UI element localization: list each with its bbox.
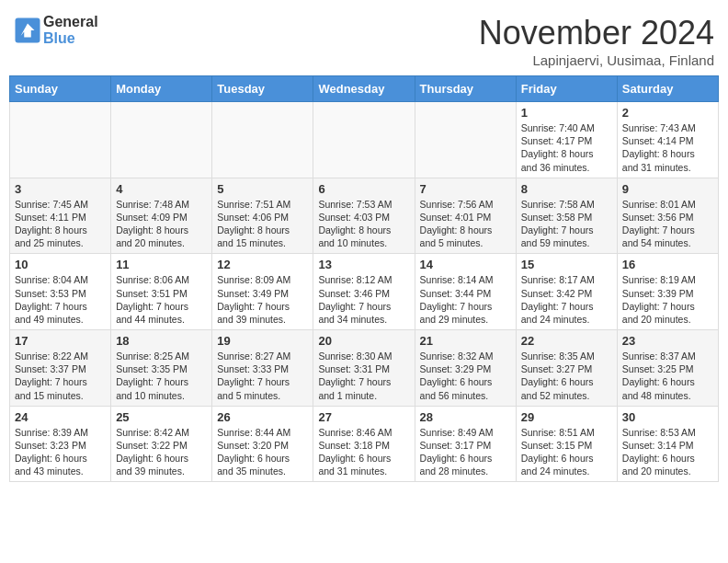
day-number: 8 xyxy=(521,182,612,196)
calendar-week-row: 24Sunrise: 8:39 AM Sunset: 3:23 PM Dayli… xyxy=(10,406,719,482)
day-number: 30 xyxy=(622,410,713,424)
day-info: Sunrise: 8:09 AM Sunset: 3:49 PM Dayligh… xyxy=(217,273,308,326)
day-number: 14 xyxy=(420,258,511,271)
day-number: 25 xyxy=(116,410,207,424)
calendar-day-cell: 5Sunrise: 7:51 AM Sunset: 4:06 PM Daylig… xyxy=(212,178,313,254)
calendar-day-cell xyxy=(111,102,212,178)
calendar-day-cell: 14Sunrise: 8:14 AM Sunset: 3:44 PM Dayli… xyxy=(415,254,516,330)
day-info: Sunrise: 7:48 AM Sunset: 4:09 PM Dayligh… xyxy=(116,198,207,250)
day-number: 27 xyxy=(318,410,409,424)
calendar-day-cell: 9Sunrise: 8:01 AM Sunset: 3:56 PM Daylig… xyxy=(617,178,718,254)
day-number: 3 xyxy=(15,182,106,196)
calendar-day-cell: 10Sunrise: 8:04 AM Sunset: 3:53 PM Dayli… xyxy=(10,254,111,330)
calendar-week-row: 1Sunrise: 7:40 AM Sunset: 4:17 PM Daylig… xyxy=(10,102,719,178)
weekday-header-thursday: Thursday xyxy=(415,76,516,102)
location-title: Lapinjaervi, Uusimaa, Finland xyxy=(479,52,714,68)
calendar-day-cell: 12Sunrise: 8:09 AM Sunset: 3:49 PM Dayli… xyxy=(212,254,313,330)
logo: General Blue xyxy=(14,14,98,46)
day-info: Sunrise: 8:35 AM Sunset: 3:27 PM Dayligh… xyxy=(521,350,612,402)
calendar-week-row: 3Sunrise: 7:45 AM Sunset: 4:11 PM Daylig… xyxy=(10,178,719,254)
calendar-day-cell: 28Sunrise: 8:49 AM Sunset: 3:17 PM Dayli… xyxy=(415,406,516,482)
day-number: 17 xyxy=(15,334,106,348)
calendar-day-cell: 29Sunrise: 8:51 AM Sunset: 3:15 PM Dayli… xyxy=(516,406,617,482)
calendar-day-cell: 22Sunrise: 8:35 AM Sunset: 3:27 PM Dayli… xyxy=(516,330,617,407)
day-number: 21 xyxy=(420,334,511,348)
weekday-header-sunday: Sunday xyxy=(10,76,111,102)
day-info: Sunrise: 8:19 AM Sunset: 3:39 PM Dayligh… xyxy=(622,273,713,326)
calendar-day-cell: 2Sunrise: 7:43 AM Sunset: 4:14 PM Daylig… xyxy=(617,102,718,178)
day-info: Sunrise: 7:40 AM Sunset: 4:17 PM Dayligh… xyxy=(521,121,612,174)
calendar-day-cell: 26Sunrise: 8:44 AM Sunset: 3:20 PM Dayli… xyxy=(212,406,313,482)
day-info: Sunrise: 8:30 AM Sunset: 3:31 PM Dayligh… xyxy=(318,350,409,402)
day-info: Sunrise: 7:45 AM Sunset: 4:11 PM Dayligh… xyxy=(15,198,106,250)
day-number: 15 xyxy=(521,258,612,271)
day-info: Sunrise: 8:22 AM Sunset: 3:37 PM Dayligh… xyxy=(15,350,106,402)
calendar-day-cell: 17Sunrise: 8:22 AM Sunset: 3:37 PM Dayli… xyxy=(10,330,111,407)
day-info: Sunrise: 7:53 AM Sunset: 4:03 PM Dayligh… xyxy=(318,198,409,250)
day-info: Sunrise: 8:32 AM Sunset: 3:29 PM Dayligh… xyxy=(420,350,511,402)
day-number: 11 xyxy=(116,258,207,271)
calendar-day-cell: 7Sunrise: 7:56 AM Sunset: 4:01 PM Daylig… xyxy=(415,178,516,254)
weekday-header-saturday: Saturday xyxy=(617,76,718,102)
day-number: 24 xyxy=(15,410,106,424)
logo-line2: Blue xyxy=(43,30,98,47)
day-number: 10 xyxy=(15,258,106,271)
day-info: Sunrise: 8:27 AM Sunset: 3:33 PM Dayligh… xyxy=(217,350,308,402)
day-number: 13 xyxy=(318,258,409,271)
day-number: 22 xyxy=(521,334,612,348)
day-number: 4 xyxy=(116,182,207,196)
day-info: Sunrise: 8:01 AM Sunset: 3:56 PM Dayligh… xyxy=(622,198,713,250)
day-info: Sunrise: 7:51 AM Sunset: 4:06 PM Dayligh… xyxy=(217,198,308,250)
month-title: November 2024 xyxy=(479,14,714,52)
day-info: Sunrise: 8:42 AM Sunset: 3:22 PM Dayligh… xyxy=(116,426,207,478)
calendar-day-cell: 27Sunrise: 8:46 AM Sunset: 3:18 PM Dayli… xyxy=(313,406,415,482)
day-number: 19 xyxy=(217,334,308,348)
calendar-day-cell: 24Sunrise: 8:39 AM Sunset: 3:23 PM Dayli… xyxy=(10,406,111,482)
day-info: Sunrise: 7:43 AM Sunset: 4:14 PM Dayligh… xyxy=(622,121,713,174)
calendar-day-cell xyxy=(313,102,415,178)
day-number: 23 xyxy=(622,334,713,348)
calendar-day-cell: 4Sunrise: 7:48 AM Sunset: 4:09 PM Daylig… xyxy=(111,178,212,254)
day-number: 9 xyxy=(622,182,713,196)
day-number: 28 xyxy=(420,410,511,424)
day-number: 1 xyxy=(521,106,612,120)
calendar-week-row: 10Sunrise: 8:04 AM Sunset: 3:53 PM Dayli… xyxy=(10,254,719,330)
day-info: Sunrise: 8:37 AM Sunset: 3:25 PM Dayligh… xyxy=(622,350,713,402)
logo-line1: General xyxy=(43,14,98,30)
day-info: Sunrise: 8:49 AM Sunset: 3:17 PM Dayligh… xyxy=(420,426,511,478)
day-info: Sunrise: 8:17 AM Sunset: 3:42 PM Dayligh… xyxy=(521,273,612,326)
day-info: Sunrise: 8:53 AM Sunset: 3:14 PM Dayligh… xyxy=(622,426,713,478)
day-info: Sunrise: 8:39 AM Sunset: 3:23 PM Dayligh… xyxy=(15,426,106,478)
calendar-day-cell: 13Sunrise: 8:12 AM Sunset: 3:46 PM Dayli… xyxy=(313,254,415,330)
page-header: General Blue November 2024 Lapinjaervi, … xyxy=(9,9,719,68)
day-info: Sunrise: 8:46 AM Sunset: 3:18 PM Dayligh… xyxy=(318,426,409,478)
weekday-header-friday: Friday xyxy=(516,76,617,102)
weekday-header-tuesday: Tuesday xyxy=(212,76,313,102)
weekday-header-wednesday: Wednesday xyxy=(313,76,415,102)
calendar-week-row: 17Sunrise: 8:22 AM Sunset: 3:37 PM Dayli… xyxy=(10,330,719,407)
day-info: Sunrise: 8:12 AM Sunset: 3:46 PM Dayligh… xyxy=(318,273,409,326)
calendar-day-cell: 30Sunrise: 8:53 AM Sunset: 3:14 PM Dayli… xyxy=(617,406,718,482)
day-info: Sunrise: 8:51 AM Sunset: 3:15 PM Dayligh… xyxy=(521,426,612,478)
calendar-day-cell: 21Sunrise: 8:32 AM Sunset: 3:29 PM Dayli… xyxy=(415,330,516,407)
day-number: 18 xyxy=(116,334,207,348)
day-number: 29 xyxy=(521,410,612,424)
calendar-day-cell: 23Sunrise: 8:37 AM Sunset: 3:25 PM Dayli… xyxy=(617,330,718,407)
calendar-table: SundayMondayTuesdayWednesdayThursdayFrid… xyxy=(9,75,719,482)
day-number: 5 xyxy=(217,182,308,196)
title-block: November 2024 Lapinjaervi, Uusimaa, Finl… xyxy=(479,14,714,68)
day-number: 16 xyxy=(622,258,713,271)
day-info: Sunrise: 8:14 AM Sunset: 3:44 PM Dayligh… xyxy=(420,273,511,326)
calendar-day-cell xyxy=(10,102,111,178)
calendar-day-cell xyxy=(212,102,313,178)
calendar-day-cell: 16Sunrise: 8:19 AM Sunset: 3:39 PM Dayli… xyxy=(617,254,718,330)
day-info: Sunrise: 8:25 AM Sunset: 3:35 PM Dayligh… xyxy=(116,350,207,402)
day-number: 20 xyxy=(318,334,409,348)
calendar-day-cell: 19Sunrise: 8:27 AM Sunset: 3:33 PM Dayli… xyxy=(212,330,313,407)
day-number: 12 xyxy=(217,258,308,271)
calendar-day-cell: 1Sunrise: 7:40 AM Sunset: 4:17 PM Daylig… xyxy=(516,102,617,178)
logo-icon xyxy=(14,17,41,44)
calendar-day-cell: 20Sunrise: 8:30 AM Sunset: 3:31 PM Dayli… xyxy=(313,330,415,407)
day-info: Sunrise: 8:04 AM Sunset: 3:53 PM Dayligh… xyxy=(15,273,106,326)
day-number: 2 xyxy=(622,106,713,120)
